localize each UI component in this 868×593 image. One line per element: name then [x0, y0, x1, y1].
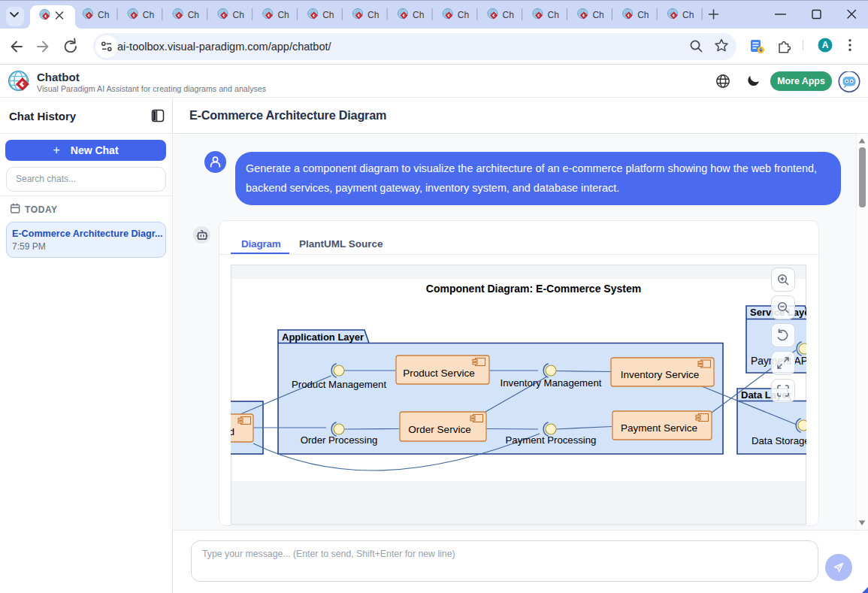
- svg-text:Order Processing: Order Processing: [301, 434, 378, 446]
- svg-text:Payment Service: Payment Service: [621, 422, 697, 434]
- svg-text:Order Service: Order Service: [408, 424, 470, 435]
- svg-text:Product Management: Product Management: [292, 379, 386, 390]
- svg-text:Ch: Ch: [188, 10, 199, 20]
- svg-text:Product Service: Product Service: [403, 368, 474, 379]
- svg-text:Ch: Ch: [98, 10, 109, 20]
- svg-text:A: A: [822, 40, 829, 50]
- svg-text:Ch: Ch: [233, 10, 244, 20]
- svg-text:Component Diagram: E-Commerce: Component Diagram: E-Commerce System: [426, 283, 641, 295]
- svg-text:Ch: Ch: [367, 10, 379, 20]
- svg-text:Ch: Ch: [682, 10, 694, 20]
- svg-text:Ch: Ch: [503, 10, 514, 20]
- svg-text:Ch: Ch: [413, 10, 424, 20]
- svg-text:Ch: Ch: [143, 10, 154, 20]
- svg-text:Ch: Ch: [592, 10, 603, 20]
- svg-text:Inventory Management: Inventory Management: [501, 377, 602, 389]
- svg-text:Ch: Ch: [277, 10, 289, 20]
- svg-text:Application Layer: Application Layer: [282, 331, 364, 343]
- svg-text:Ch: Ch: [548, 10, 559, 20]
- svg-text:Inventory Service: Inventory Service: [621, 369, 699, 380]
- svg-text:Ch: Ch: [458, 10, 469, 20]
- svg-text:Ch: Ch: [322, 10, 334, 20]
- svg-text:Web Frontend: Web Frontend: [231, 426, 234, 437]
- svg-text:Payment Processing: Payment Processing: [506, 434, 597, 446]
- svg-text:Data Storage: Data Storage: [752, 435, 806, 446]
- svg-text:Ch: Ch: [637, 10, 649, 20]
